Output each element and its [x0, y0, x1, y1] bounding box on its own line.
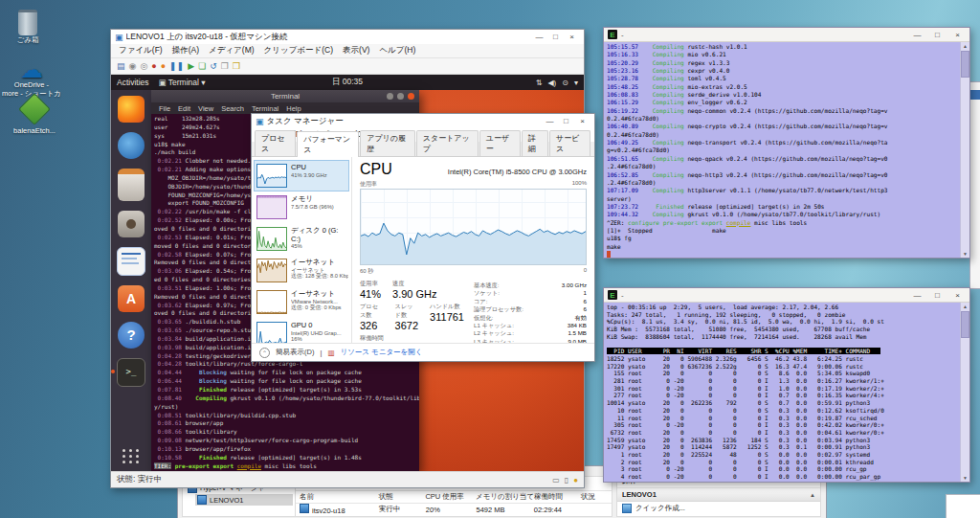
maximize-button[interactable]: □ [929, 28, 946, 42]
maximize-button[interactable]: □ [558, 114, 574, 128]
terminal-menu-item[interactable]: Terminal [252, 104, 278, 113]
console-title-bar[interactable]: E - — □ × [604, 28, 969, 42]
minimize-icon[interactable] [387, 93, 393, 100]
minimize-button[interactable]: — [909, 288, 925, 303]
mini-graph [256, 290, 287, 314]
menu-item[interactable]: 操作(A) [168, 45, 203, 56]
terminal-menu-item[interactable]: View [198, 104, 213, 113]
scrollbar-thumb[interactable] [961, 51, 969, 78]
vm-title-bar[interactable]: ▣ LENOVO1 上の itsv20-u18 - 仮想マシン接続 — □ × [111, 30, 584, 44]
close-button[interactable]: × [949, 28, 966, 42]
scrollbar[interactable]: ▲▼ [960, 303, 969, 482]
terminal-icon[interactable]: >_ [117, 358, 145, 387]
thunderbird-icon[interactable] [118, 132, 145, 159]
revert-icon[interactable]: ↺ [210, 61, 217, 71]
tab-詳細[interactable]: 詳細 [522, 130, 548, 156]
tab-アプリの履歴[interactable]: アプリの履歴 [360, 130, 415, 156]
close-icon[interactable] [408, 93, 414, 100]
collapse-icon[interactable]: ▲ [810, 492, 815, 498]
close-button[interactable]: × [949, 288, 966, 303]
terminal-window-controls[interactable] [387, 93, 414, 100]
scroll-up-icon[interactable]: ▲ [963, 303, 968, 310]
scroll-down-icon[interactable]: ▼ [963, 474, 968, 482]
desktop-icon-balena-etcher[interactable]: balenaEtch... [8, 98, 61, 135]
scroll-down-icon[interactable]: ▼ [963, 250, 968, 258]
show-applications-icon[interactable] [122, 449, 140, 463]
maximize-button[interactable]: □ [547, 30, 564, 44]
rhythmbox-icon[interactable] [118, 211, 145, 237]
menu-item[interactable]: ファイル(F) [115, 45, 167, 56]
resource-monitor-icon: ▥ [327, 349, 334, 357]
terminal-menu-item[interactable]: Search [221, 104, 244, 113]
sidebar-item-4[interactable]: イーサネットVMware Network...送信: 0 受信: 0 Kbps [254, 286, 349, 318]
firefox-icon[interactable] [118, 96, 145, 123]
files-icon[interactable] [118, 169, 145, 201]
scrollbar-thumb[interactable] [961, 311, 969, 338]
help-icon[interactable]: ? [118, 322, 145, 349]
turn-off-icon[interactable]: ● [151, 61, 156, 71]
vm-row-itsv20-u18[interactable]: itsv20-u18 実行中 20% 5492 MB 02:29:44 [296, 504, 612, 515]
detail-row: 基本速度:3.00 GHz [474, 282, 587, 289]
app-menu[interactable]: ▣ Terminal ▾ [159, 78, 206, 87]
desktop-icon-onedrive[interactable]: ☁ OneDrive - more - ショートカ [2, 59, 61, 99]
menu-item[interactable]: 表示(V) [339, 45, 373, 56]
tab-サービス[interactable]: サービス [549, 130, 590, 156]
terminal-menu-item[interactable]: Help [286, 104, 301, 113]
maximize-icon[interactable] [397, 93, 404, 100]
minimize-button[interactable]: — [542, 114, 558, 128]
actions-host-section[interactable]: LENOVO1 ▲ [617, 487, 820, 502]
detail-row: ソケット:1 [474, 289, 587, 297]
ctrl-alt-del-icon[interactable]: ▤ [117, 61, 125, 71]
mini-graph [256, 322, 287, 343]
task-manager-title: タスク マネージャー [267, 116, 542, 127]
connect-icon[interactable]: ◎ [140, 61, 147, 71]
tab-ユーザー[interactable]: ユーザー [479, 130, 521, 156]
action-quick-create[interactable]: クイック作成... [617, 502, 820, 515]
enhanced-session-icon[interactable]: ❒ [233, 61, 240, 71]
task-manager-title-bar[interactable]: ▣ タスク マネージャー — □ × [252, 114, 594, 128]
sidebar-item-5[interactable]: GPU 0Intel(R) UHD Grap...16% [254, 318, 349, 343]
system-tray[interactable]: ⇅ ◀) ⊙ ▾ [536, 79, 578, 87]
console-title: - [621, 31, 905, 39]
shut-down-icon[interactable]: ● [161, 61, 166, 71]
resume-icon[interactable]: ▶ [188, 61, 194, 71]
simple-view-button[interactable]: 簡易表示(D) [276, 348, 314, 357]
mini-graph [256, 227, 287, 251]
menu-item[interactable]: メディア(M) [205, 45, 258, 56]
sidebar-item-2[interactable]: ディスク 0 (G: C:)45% [254, 223, 349, 255]
close-button[interactable]: × [564, 30, 580, 44]
minimize-button[interactable]: — [531, 30, 547, 44]
sidebar-item-cpu[interactable]: CPU41% 3.90 GHz [254, 160, 349, 191]
desktop-icon-recycle-bin[interactable]: ごみ箱 [6, 10, 50, 45]
menu-item[interactable]: クリップボード(C) [260, 45, 338, 56]
screen-icon[interactable]: ❐ [221, 61, 229, 71]
minimize-button[interactable]: — [909, 28, 925, 42]
background-window-edge [969, 81, 980, 289]
menu-item[interactable]: ヘルプ(H) [375, 45, 419, 56]
pause-icon[interactable]: ❚❚ [169, 61, 184, 71]
ubuntu-software-icon[interactable]: A [118, 285, 145, 312]
doc-line [122, 258, 137, 259]
terminal-menu-item[interactable]: File [159, 104, 170, 113]
terminal-menu-item[interactable]: Edit [178, 104, 190, 113]
open-resource-monitor-link[interactable]: リソース モニターを開く [340, 348, 422, 357]
sidebar-item-3[interactable]: イーサネットイーサネット送信: 128 受信: 8.0 Kbps [254, 255, 349, 286]
start-icon[interactable]: ◉ [129, 61, 137, 71]
scrollbar[interactable]: ▲▼ [960, 42, 969, 258]
tab-パフォーマンス[interactable]: パフォーマンス [297, 131, 359, 157]
tab-プロセス[interactable]: プロセス [255, 130, 296, 156]
console-title-bar[interactable]: E - — □ × [604, 288, 969, 303]
recycle-bin-icon [18, 10, 37, 35]
activities-button[interactable]: Activities [117, 78, 149, 87]
scroll-up-icon[interactable]: ▲ [963, 42, 968, 50]
maximize-button[interactable]: □ [929, 288, 946, 303]
tab-スタートアップ[interactable]: スタートアップ [416, 130, 479, 156]
vm-list-header[interactable]: 名前 状態 CPU 使用率 メモリの割り当て 稼働時間 状況 [296, 490, 612, 504]
libreoffice-writer-icon[interactable] [117, 247, 145, 276]
terminal-title-bar[interactable]: Terminal [151, 90, 419, 102]
checkpoint-icon[interactable]: ❏ [198, 61, 206, 71]
close-button[interactable]: × [574, 114, 590, 128]
onedrive-cloud-icon: ☁ [2, 59, 61, 80]
hyperv-tree-host[interactable]: LENOVO1 [195, 494, 293, 506]
sidebar-item-1[interactable]: メモリ7.5/7.8 GB (96%) [254, 191, 349, 223]
